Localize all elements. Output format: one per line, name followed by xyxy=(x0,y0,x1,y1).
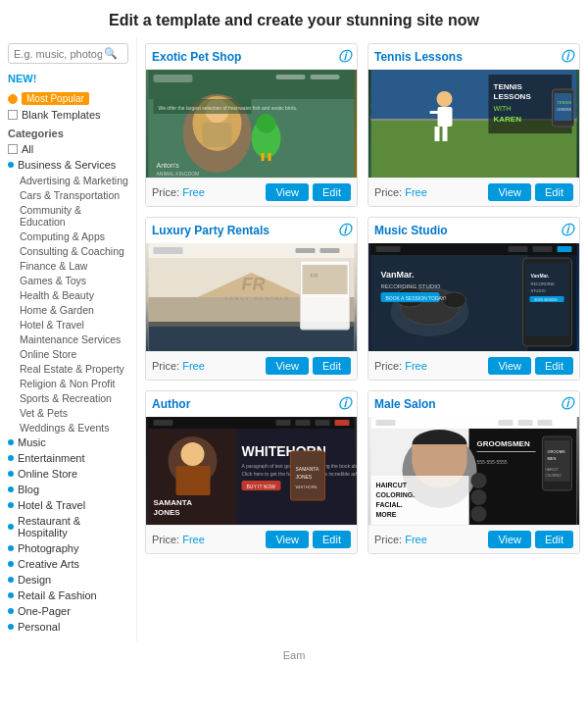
sidebar-item-consulting[interactable]: Consulting & Coaching xyxy=(20,244,128,258)
sidebar-item-retail[interactable]: Retail & Fashion xyxy=(8,588,128,602)
sidebar-item-computing[interactable]: Computing & Apps xyxy=(20,230,128,243)
all-checkbox[interactable] xyxy=(8,144,18,154)
sidebar-item-advertising[interactable]: Advertising & Marketing xyxy=(20,174,128,187)
sidebar-item-vet[interactable]: Vet & Pets xyxy=(20,406,128,420)
blank-templates-checkbox[interactable] xyxy=(8,110,18,120)
svg-text:WHITHORN: WHITHORN xyxy=(296,485,318,489)
svg-rect-33 xyxy=(555,93,572,121)
sidebar-item-restaurant[interactable]: Restaurant & Hospitality xyxy=(8,514,128,539)
luxury-edit-button[interactable]: Edit xyxy=(313,357,351,375)
svg-rect-100 xyxy=(538,420,553,426)
svg-rect-54 xyxy=(533,246,553,252)
svg-text:VanMar.: VanMar. xyxy=(531,273,551,279)
svg-text:MEN: MEN xyxy=(548,456,557,461)
author-thumbnail: SAMANTA JONES WHITEHORN A paragraph of t… xyxy=(146,417,357,525)
sidebar-item-hotel[interactable]: Hotel & Travel xyxy=(8,498,128,512)
author-info-icon[interactable]: ⓘ xyxy=(338,395,351,413)
svg-rect-28 xyxy=(438,107,453,127)
svg-rect-75 xyxy=(276,420,291,426)
svg-rect-11 xyxy=(262,153,265,161)
tennis-edit-button[interactable]: Edit xyxy=(535,183,573,201)
sidebar-item-health[interactable]: Health & Beauty xyxy=(20,288,128,302)
sidebar-item-maintenance[interactable]: Maintenance Services xyxy=(20,332,128,346)
svg-point-114 xyxy=(471,473,487,488)
sidebar-item-games[interactable]: Games & Toys xyxy=(20,274,128,287)
svg-text:Anton's: Anton's xyxy=(157,162,180,169)
luxury-title[interactable]: Luxury Party Rentals xyxy=(152,224,270,237)
card-header-music: Music Studio ⓘ xyxy=(368,218,579,243)
exotic-pet-view-button[interactable]: View xyxy=(266,183,309,201)
exotic-pet-title[interactable]: Exotic Pet Shop xyxy=(152,50,241,64)
card-header-luxury: Luxury Party Rentals ⓘ xyxy=(146,218,357,243)
sidebar-item-religion[interactable]: Religion & Non Profit xyxy=(20,377,128,390)
retail-bullet xyxy=(8,592,14,598)
luxury-view-button[interactable]: View xyxy=(266,357,309,375)
sidebar-item-sports[interactable]: Sports & Recreation xyxy=(20,391,128,405)
author-view-button[interactable]: View xyxy=(266,531,309,548)
sidebar-item-hotel-sub[interactable]: Hotel & Travel xyxy=(20,318,128,332)
most-popular-radio[interactable] xyxy=(8,94,18,104)
salon-footer: Price: Free View Edit xyxy=(368,525,579,553)
author-edit-button[interactable]: Edit xyxy=(313,531,351,548)
music-info-icon[interactable]: ⓘ xyxy=(561,222,573,239)
sidebar-item-cars[interactable]: Cars & Transportation xyxy=(20,188,128,202)
footer: Eam xyxy=(0,641,588,669)
svg-text:GROOMSMEN: GROOMSMEN xyxy=(477,439,530,448)
svg-rect-8 xyxy=(203,123,232,147)
svg-text:BOOK SESSION: BOOK SESSION xyxy=(535,298,558,302)
sidebar-item-creative[interactable]: Creative Arts xyxy=(8,557,128,571)
luxury-info-icon[interactable]: ⓘ xyxy=(338,222,351,239)
salon-price: Price: Free xyxy=(374,534,427,545)
sidebar-item-blog[interactable]: Blog xyxy=(8,483,128,496)
tennis-info-icon[interactable]: ⓘ xyxy=(561,48,573,66)
sidebar-item-business[interactable]: Business & Services xyxy=(8,158,128,172)
music-view-button[interactable]: View xyxy=(488,357,531,375)
music-edit-button[interactable]: Edit xyxy=(535,357,573,375)
tennis-thumbnail: TENNIS LESSONS WITH KAREN TENNIS xyxy=(368,70,579,178)
sidebar-item-most-popular[interactable]: Most Popular xyxy=(8,91,128,106)
music-buttons: View Edit xyxy=(488,357,573,375)
sidebar-item-weddings[interactable]: Weddings & Events xyxy=(20,421,128,435)
exotic-pet-price: Price: Free xyxy=(152,186,205,198)
sidebar-item-real-estate[interactable]: Real Estate & Property xyxy=(20,362,128,376)
sidebar-item-all[interactable]: All xyxy=(8,142,128,156)
exotic-pet-edit-button[interactable]: Edit xyxy=(313,183,351,201)
restaurant-bullet xyxy=(8,524,14,530)
salon-edit-button[interactable]: Edit xyxy=(535,531,573,548)
all-label: All xyxy=(22,143,33,155)
sidebar-item-home[interactable]: Home & Garden xyxy=(20,303,128,317)
sidebar-item-one-pager[interactable]: One-Pager xyxy=(8,604,128,618)
sidebar-item-design[interactable]: Design xyxy=(8,573,128,587)
creative-bullet xyxy=(8,561,14,567)
sidebar-item-online-store[interactable]: Online Store xyxy=(8,467,128,481)
salon-title[interactable]: Male Salon xyxy=(374,397,436,411)
svg-rect-29 xyxy=(430,111,450,114)
sidebar-item-community[interactable]: Community & Education xyxy=(20,203,128,229)
svg-rect-78 xyxy=(335,420,350,426)
tennis-view-button[interactable]: View xyxy=(488,183,531,201)
music-label: Music xyxy=(18,436,46,448)
design-bullet xyxy=(8,577,14,583)
salon-info-icon[interactable]: ⓘ xyxy=(561,395,573,413)
svg-rect-31 xyxy=(443,127,448,141)
template-card-music: Music Studio ⓘ xyxy=(368,217,580,381)
search-box[interactable]: 🔍 xyxy=(8,43,128,64)
card-header-salon: Male Salon ⓘ xyxy=(368,391,579,417)
salon-view-button[interactable]: View xyxy=(488,531,531,548)
blog-label: Blog xyxy=(18,484,39,495)
search-input[interactable] xyxy=(14,48,102,60)
sidebar-item-entertainment[interactable]: Entertainment xyxy=(8,451,128,465)
tennis-title[interactable]: Tennis Lessons xyxy=(374,50,463,64)
author-title[interactable]: Author xyxy=(152,397,190,411)
music-title[interactable]: Music Studio xyxy=(374,224,448,237)
exotic-pet-footer: Price: Free View Edit xyxy=(146,178,357,206)
card-header-tennis: Tennis Lessons ⓘ xyxy=(368,44,579,70)
sidebar-item-music[interactable]: Music xyxy=(8,435,128,449)
sidebar-item-personal[interactable]: Personal xyxy=(8,620,128,634)
sidebar-item-finance[interactable]: Finance & Law xyxy=(20,259,128,273)
svg-text:COLORING: COLORING xyxy=(546,474,563,478)
sidebar-item-blank[interactable]: Blank Templates xyxy=(8,108,128,122)
sidebar-item-online-store-sub[interactable]: Online Store xyxy=(20,347,128,361)
sidebar-item-photography[interactable]: Photography xyxy=(8,541,128,555)
exotic-pet-info-icon[interactable]: ⓘ xyxy=(338,48,351,66)
